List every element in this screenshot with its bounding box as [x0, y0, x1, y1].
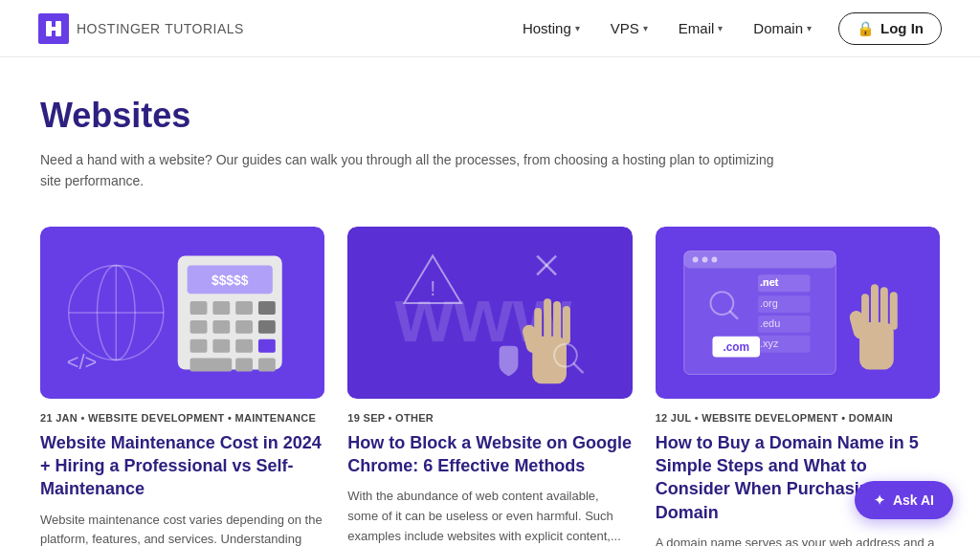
card-2-desc: With the abundance of web content availa…: [347, 487, 632, 546]
nav-domain-label: Domain: [753, 20, 803, 36]
svg-text:.org: .org: [760, 297, 778, 309]
nav-vps[interactable]: VPS ▾: [599, 12, 659, 44]
card-1-title: Website Maintenance Cost in 2024 + Hirin…: [40, 431, 324, 501]
svg-rect-11: [190, 301, 208, 315]
svg-text:.edu: .edu: [760, 317, 780, 329]
card-2-meta: 19 Sep • OTHER: [347, 399, 632, 431]
page-subtitle: Need a hand with a website? Our guides c…: [40, 149, 787, 192]
card-1-category: WEBSITE DEVELOPMENT • MAINTENANCE: [88, 412, 316, 424]
main-content: Websites Need a hand with a website? Our…: [21, 57, 959, 546]
card-3-image: .net .net .org .edu .xyz .com: [656, 227, 940, 399]
svg-point-44: [692, 256, 698, 262]
chevron-down-icon: ▾: [718, 23, 723, 33]
card-1-desc: Website maintenance cost varies dependin…: [40, 511, 324, 546]
ask-ai-label: Ask AI: [893, 492, 934, 508]
svg-rect-42: [683, 251, 835, 374]
card-2-image: www !: [347, 227, 632, 399]
svg-rect-36: [553, 301, 561, 344]
svg-text:.xyz: .xyz: [760, 337, 779, 348]
svg-rect-24: [235, 358, 253, 371]
svg-rect-15: [190, 320, 208, 334]
card-3-meta: 12 Jul • WEBSITE DEVELOPMENT • DOMAIN: [656, 399, 940, 431]
svg-rect-13: [235, 301, 253, 315]
svg-rect-16: [212, 320, 230, 334]
svg-rect-21: [235, 339, 253, 353]
card-2[interactable]: www !: [347, 227, 632, 546]
chevron-down-icon: ▾: [807, 23, 812, 33]
svg-text:</>: </>: [67, 350, 98, 374]
nav-vps-label: VPS: [611, 20, 639, 36]
card-1[interactable]: $$$$$: [40, 227, 324, 546]
logo-text: HOSTINGER TUTORIALS: [77, 21, 244, 36]
logo-icon: [38, 13, 69, 44]
svg-rect-14: [258, 301, 276, 315]
card-2-date: 19 Sep: [347, 412, 385, 424]
svg-text:$$$$$: $$$$$: [212, 273, 249, 288]
nav-email[interactable]: Email ▾: [667, 12, 735, 44]
chevron-down-icon: ▾: [643, 23, 648, 33]
svg-rect-17: [235, 320, 253, 334]
card-1-image: $$$$$: [40, 227, 324, 399]
svg-rect-37: [563, 306, 570, 344]
svg-rect-2: [46, 27, 61, 31]
ai-stars-icon: ✦: [874, 492, 885, 508]
page-title: Websites: [40, 96, 940, 136]
svg-rect-64: [889, 292, 897, 330]
svg-rect-12: [212, 301, 230, 315]
svg-rect-25: [258, 358, 276, 371]
nav-email-label: Email: [679, 20, 715, 36]
card-3-date: 12 Jul: [656, 412, 692, 424]
svg-rect-22: [258, 339, 276, 353]
svg-text:.com: .com: [723, 339, 749, 353]
card-2-title: How to Block a Website on Google Chrome:…: [347, 431, 632, 478]
card-2-category: OTHER: [395, 412, 434, 424]
svg-rect-19: [190, 339, 208, 353]
logo[interactable]: HOSTINGER TUTORIALS: [38, 13, 244, 44]
login-label: Log In: [880, 20, 924, 36]
lock-icon: 🔒: [857, 20, 875, 37]
ask-ai-button[interactable]: ✦ Ask AI: [855, 481, 953, 519]
svg-rect-62: [871, 284, 879, 330]
svg-rect-18: [258, 320, 276, 334]
chevron-down-icon: ▾: [575, 23, 580, 33]
card-3-category: WEBSITE DEVELOPMENT • DOMAIN: [702, 412, 893, 424]
login-button[interactable]: 🔒 Log In: [838, 12, 942, 45]
card-1-meta: 21 Jan • WEBSITE DEVELOPMENT • MAINTENAN…: [40, 399, 324, 431]
svg-point-45: [702, 256, 707, 262]
nav: Hosting ▾ VPS ▾ Email ▾ Domain ▾ 🔒 Log I…: [511, 12, 942, 45]
svg-rect-20: [212, 339, 230, 353]
cards-grid: $$$$$: [40, 227, 940, 546]
card-3-desc: A domain name serves as your web address…: [656, 534, 940, 546]
card-1-date: 21 Jan: [40, 412, 78, 424]
svg-point-46: [711, 256, 717, 262]
svg-rect-23: [190, 358, 233, 371]
svg-rect-63: [880, 287, 888, 330]
svg-text:.net: .net: [760, 276, 779, 288]
nav-hosting[interactable]: Hosting ▾: [511, 12, 591, 44]
header: HOSTINGER TUTORIALS Hosting ▾ VPS ▾ Emai…: [0, 0, 980, 57]
nav-hosting-label: Hosting: [523, 20, 571, 36]
svg-text:!: !: [430, 276, 435, 300]
nav-domain[interactable]: Domain ▾: [742, 12, 823, 44]
svg-rect-35: [544, 298, 551, 344]
